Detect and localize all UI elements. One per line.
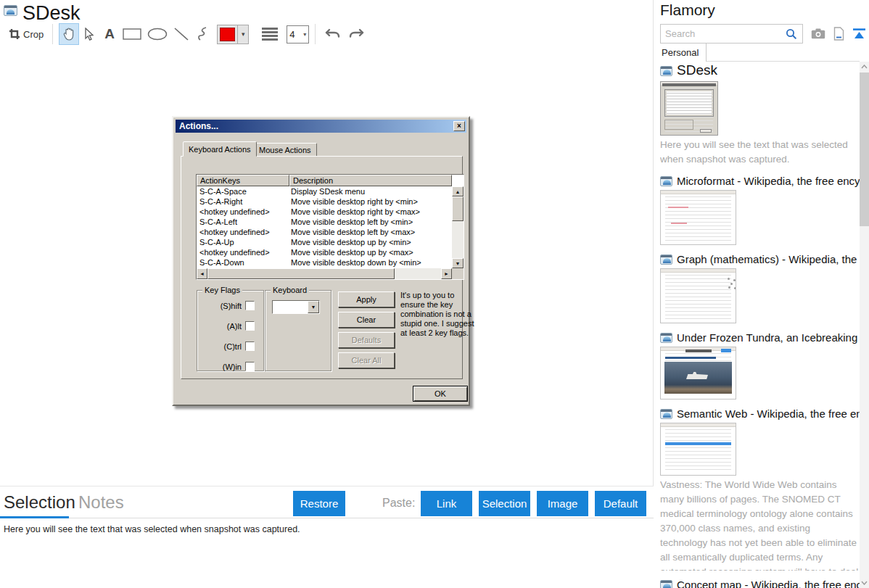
list-item[interactable]: Graph (mathematics) - Wikipedia, the fre… bbox=[660, 253, 860, 323]
color-dropdown-button[interactable]: ▾ bbox=[237, 25, 248, 44]
item-description: Vastness: The World Wide Web contains ma… bbox=[660, 478, 860, 571]
line-width-icon bbox=[262, 28, 278, 41]
actionkeys-cell: <hotkey undefined> bbox=[197, 247, 289, 257]
horizontal-scroll-thumb bbox=[207, 268, 395, 279]
paste-selection-button[interactable]: Selection bbox=[479, 491, 530, 516]
snapshot-thumbnail[interactable] bbox=[660, 347, 736, 399]
actionkeys-cell: S-C-A-Down bbox=[197, 257, 289, 268]
text-tool-button[interactable]: A bbox=[99, 23, 120, 45]
scroll-up-icon: ▲ bbox=[452, 186, 464, 196]
item-title-row: Under Frozen Tundra, an Icebreaking Ship… bbox=[660, 331, 860, 344]
current-color-swatch bbox=[220, 28, 235, 41]
actionkeys-cell: S-C-A-Left bbox=[197, 217, 289, 227]
hotkey-table-rows: S-C-A-Space Display SDesk menu S-C-A-Rig… bbox=[197, 186, 452, 268]
snapshot-thumbnail[interactable] bbox=[660, 268, 736, 323]
table-row: S-C-A-Left Move visible desktop left by … bbox=[197, 217, 452, 227]
document-icon bbox=[833, 27, 844, 41]
scrollbar-up-icon[interactable] bbox=[860, 62, 869, 72]
collapse-sidebar-button[interactable] bbox=[852, 28, 866, 40]
scrollbar-down-icon[interactable] bbox=[860, 578, 869, 588]
table-row: S-C-A-Up Move visible desktop up by <min… bbox=[197, 237, 452, 247]
keyboard-key-combobox: ▼ bbox=[272, 300, 320, 314]
clear-all-button: Clear All bbox=[338, 352, 395, 368]
item-description: Here you will see the text that was sele… bbox=[660, 138, 860, 167]
table-row: S-C-A-Space Display SDesk menu bbox=[197, 186, 452, 196]
ellipse-tool-button[interactable] bbox=[144, 23, 170, 45]
paste-image-button[interactable]: Image bbox=[537, 491, 588, 516]
select-tool-button[interactable] bbox=[79, 23, 99, 45]
item-title-row: Concept map - Wikipedia, the free encycl… bbox=[660, 579, 860, 588]
sidebar-tab-row: Personal bbox=[654, 44, 860, 62]
keyboard-group-label: Keyboard bbox=[271, 286, 309, 294]
dialog-title: Actions... bbox=[179, 121, 218, 131]
restore-button[interactable]: Restore bbox=[293, 491, 345, 516]
column-description: Description bbox=[289, 175, 452, 186]
size-dropdown[interactable]: 4 ▾ bbox=[287, 25, 309, 44]
actionkeys-cell: <hotkey undefined> bbox=[197, 227, 289, 237]
table-row: S-C-A-Right Move visible desktop right b… bbox=[197, 196, 452, 207]
scrollbar-thumb[interactable] bbox=[860, 73, 869, 226]
search-input[interactable] bbox=[661, 28, 791, 40]
snapshot-icon bbox=[660, 66, 672, 76]
snapshot-image-actions-dialog[interactable]: Actions... × Keyboard Actions Mouse Acti… bbox=[172, 116, 470, 406]
item-title-row: SDesk bbox=[660, 62, 860, 78]
color-picker[interactable]: ▾ bbox=[217, 25, 249, 44]
item-title: Under Frozen Tundra, an Icebreaking Ship… bbox=[677, 331, 860, 344]
key-flag-label: (S)hift bbox=[221, 302, 242, 310]
paste-label: Paste: bbox=[382, 497, 415, 510]
list-item[interactable]: Semantic Web - Wikipedia, the free encyc… bbox=[660, 407, 860, 571]
description-cell: Move visible desktop right by <max> bbox=[289, 207, 452, 217]
freehand-tool-button[interactable] bbox=[192, 23, 213, 45]
tab-personal[interactable]: Personal bbox=[654, 44, 707, 62]
key-flags-group: Key Flags (S)hift (A)lt bbox=[197, 290, 264, 371]
line-width-button[interactable] bbox=[253, 23, 287, 45]
sidebar-title: Flamory bbox=[660, 1, 715, 19]
hotkey-table-header: ActionKeys Description bbox=[197, 175, 464, 186]
redo-button[interactable] bbox=[345, 23, 368, 45]
snapshot-list: SDesk Here you will see the text that wa… bbox=[660, 62, 860, 588]
keyboard-group: Keyboard ▼ bbox=[265, 290, 331, 371]
camera-icon bbox=[811, 28, 825, 39]
collapse-to-top-icon bbox=[852, 28, 866, 40]
line-tool-button[interactable] bbox=[170, 23, 192, 45]
sidebar-scrollbar[interactable] bbox=[860, 62, 869, 588]
caret-down-icon: ▾ bbox=[303, 31, 306, 38]
crop-button[interactable]: Crop bbox=[6, 23, 46, 45]
pan-tool-button[interactable] bbox=[59, 23, 79, 45]
snapshot-thumbnail[interactable] bbox=[660, 190, 736, 245]
key-flag-row: (A)lt bbox=[197, 321, 263, 331]
crop-icon bbox=[9, 28, 20, 40]
description-cell: Move visible desktop up by <min> bbox=[289, 237, 452, 247]
new-note-button[interactable] bbox=[833, 27, 844, 41]
key-flag-row: (S)hift bbox=[197, 301, 263, 310]
dialog-note-text: It's up to you to ensure the key combina… bbox=[400, 291, 475, 338]
caret-down-icon: ▾ bbox=[242, 30, 245, 38]
camera-snapshot-button[interactable] bbox=[811, 28, 825, 39]
list-item[interactable]: Concept map - Wikipedia, the free encycl… bbox=[660, 579, 860, 588]
paste-default-button[interactable]: Default bbox=[595, 491, 646, 516]
snapshot-thumbnail[interactable] bbox=[660, 423, 736, 476]
tab-notes[interactable]: Notes bbox=[78, 492, 124, 513]
search-box[interactable] bbox=[660, 24, 803, 44]
description-cell: Display SDesk menu bbox=[289, 186, 452, 196]
squiggle-pen-icon bbox=[196, 26, 209, 42]
snapshot-thumbnail[interactable] bbox=[660, 81, 718, 136]
sidebar-search-row bbox=[660, 24, 866, 44]
search-icon[interactable] bbox=[786, 28, 797, 40]
bottom-panel: Selection Notes Restore Paste: Link Sele… bbox=[0, 486, 654, 588]
rectangle-tool-button[interactable] bbox=[120, 23, 144, 45]
undo-button[interactable] bbox=[321, 23, 345, 45]
list-item[interactable]: Under Frozen Tundra, an Icebreaking Ship… bbox=[660, 331, 860, 399]
list-item[interactable]: SDesk Here you will see the text that wa… bbox=[660, 62, 860, 167]
paste-link-button[interactable]: Link bbox=[421, 491, 472, 516]
list-item[interactable]: Microformat - Wikipedia, the free encycl… bbox=[660, 175, 860, 245]
toolbar-separator bbox=[52, 24, 53, 44]
item-title: Microformat - Wikipedia, the free encycl… bbox=[677, 175, 860, 187]
cursor-arrow-icon bbox=[84, 28, 95, 41]
table-row: S-C-A-Down Move visible desktop down by … bbox=[197, 257, 452, 268]
scroll-left-icon: ◄ bbox=[197, 268, 207, 279]
tab-keyboard-actions: Keyboard Actions bbox=[183, 141, 257, 157]
item-title-row: Microformat - Wikipedia, the free encycl… bbox=[660, 175, 860, 187]
tab-selection[interactable]: Selection bbox=[4, 492, 75, 513]
key-flag-checkbox bbox=[245, 321, 255, 331]
